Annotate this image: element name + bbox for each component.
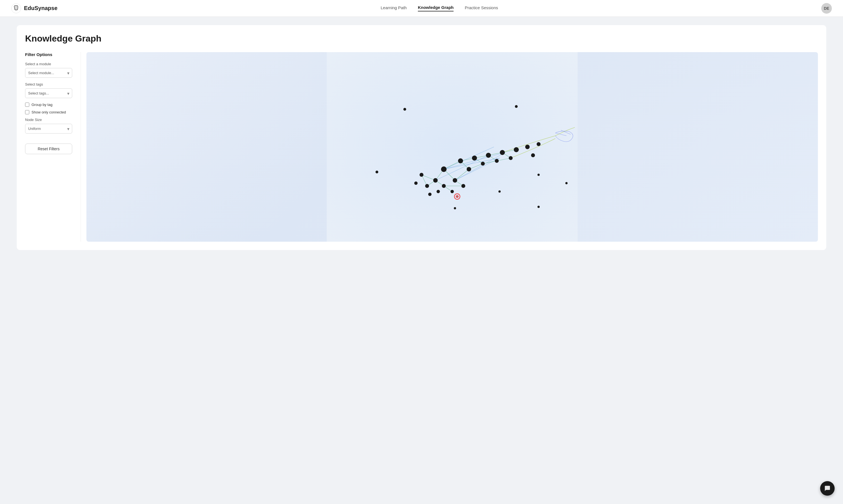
svg-point-37 (566, 182, 568, 184)
page-title: Knowledge Graph (25, 33, 818, 44)
logo: EduSynapse (11, 3, 57, 13)
nav-right: DE (821, 3, 832, 14)
svg-point-44 (472, 156, 477, 161)
module-select[interactable]: Select module... (25, 68, 72, 78)
svg-point-39 (537, 206, 540, 208)
svg-point-32 (403, 108, 406, 111)
tags-label: Select tags (25, 82, 72, 86)
group-by-tag-label: Group by tag (32, 103, 52, 107)
logo-text: EduSynapse (24, 5, 57, 12)
node-size-select[interactable]: Uniform (25, 124, 72, 133)
avatar[interactable]: DE (821, 3, 832, 14)
chat-icon (824, 485, 830, 491)
show-only-connected-row[interactable]: Show only connected (25, 110, 72, 114)
svg-point-51 (509, 156, 513, 160)
svg-point-57 (428, 193, 432, 196)
svg-point-33 (515, 105, 518, 108)
filter-title: Filter Options (25, 52, 72, 57)
svg-point-60 (525, 145, 530, 149)
nav-link-practice-sessions[interactable]: Practice Sessions (465, 5, 498, 11)
group-by-tag-row[interactable]: Group by tag (25, 103, 72, 107)
svg-point-47 (481, 162, 485, 166)
nav-links: Learning Path Knowledge Graph Practice S… (381, 5, 498, 12)
nav-link-knowledge-graph[interactable]: Knowledge Graph (418, 5, 453, 12)
show-only-connected-label: Show only connected (32, 110, 66, 114)
svg-point-48 (500, 150, 505, 155)
svg-point-59 (414, 181, 418, 185)
nav-link-learning-path[interactable]: Learning Path (381, 5, 407, 11)
svg-point-52 (461, 184, 465, 188)
group-by-tag-checkbox[interactable] (25, 103, 29, 107)
svg-point-62 (537, 142, 540, 146)
svg-point-58 (436, 190, 440, 193)
show-only-connected-checkbox[interactable] (25, 110, 29, 114)
svg-point-53 (425, 184, 429, 188)
module-select-wrapper: Select module... ▾ (25, 68, 72, 78)
svg-point-36 (499, 191, 501, 193)
module-label: Select a module (25, 62, 72, 66)
svg-rect-1 (327, 52, 578, 242)
svg-point-35 (537, 174, 540, 176)
svg-point-34 (376, 170, 378, 174)
chat-button[interactable] (820, 481, 835, 496)
node-size-select-wrapper: Uniform ▾ (25, 124, 72, 133)
logo-icon (11, 3, 21, 13)
svg-point-56 (450, 190, 454, 193)
svg-point-55 (442, 184, 446, 188)
tags-select-wrapper: Select tags... ▾ (25, 88, 72, 98)
svg-point-50 (514, 147, 519, 152)
svg-point-64 (456, 195, 459, 198)
reset-filters-button[interactable]: Reset Filters (25, 144, 72, 154)
filter-sidebar: Filter Options Select a module Select mo… (25, 52, 81, 242)
node-size-label: Node Size (25, 118, 72, 122)
svg-point-45 (467, 167, 471, 172)
svg-point-46 (486, 153, 491, 158)
tags-select[interactable]: Select tags... (25, 88, 72, 98)
svg-point-61 (531, 153, 535, 157)
graph-area (86, 52, 818, 242)
svg-point-49 (495, 159, 499, 163)
svg-point-40 (441, 166, 447, 172)
svg-point-43 (433, 178, 438, 183)
graph-svg (86, 52, 818, 242)
svg-point-54 (419, 173, 424, 177)
svg-point-42 (453, 178, 457, 183)
svg-point-0 (12, 4, 21, 13)
svg-point-38 (454, 207, 456, 209)
svg-point-41 (458, 158, 463, 163)
